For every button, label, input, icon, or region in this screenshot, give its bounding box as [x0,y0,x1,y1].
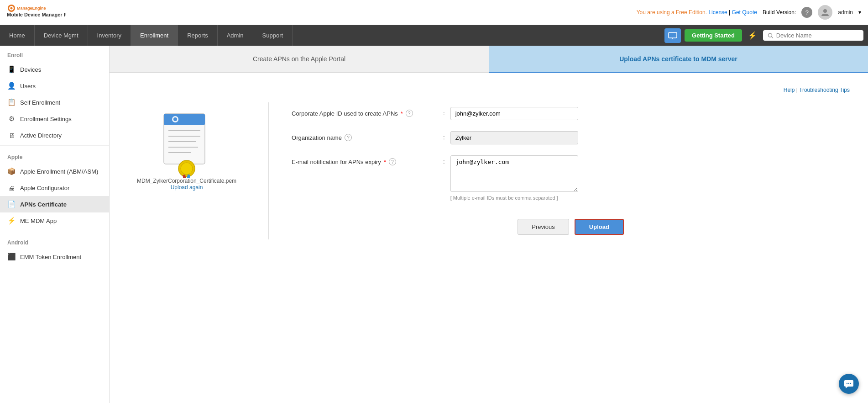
apple-id-required: * [401,110,403,117]
self-enrollment-icon: 📋 [7,98,16,106]
logo-svg: ManageEngine Mobile Device Manager Plus [7,4,66,21]
nav-device-mgmt[interactable]: Device Mgmt [35,25,88,46]
email-notification-textarea[interactable]: john@zylker.com [450,155,578,192]
sidebar-apple-configurator-label: Apple Configurator [20,185,69,191]
form-area: Help | Troubleshooting Tips [110,73,868,256]
sidebar-item-emm-token[interactable]: ⬛ EMM Token Enrollment [0,249,105,265]
step1-tab[interactable]: Create APNs on the Apple Portal [110,46,489,73]
sidebar-item-apple-configurator[interactable]: 🖨 Apple Configurator [0,180,109,196]
step2-label: Upload APNs certificate to MDM server [619,55,737,63]
step1-label: Create APNs on the Apple Portal [253,55,345,63]
apple-id-input-wrap [450,107,850,120]
upload-again-link[interactable]: Upload again [171,184,203,191]
sidebar-item-self-enrollment[interactable]: 📋 Self Enrollment [0,94,109,111]
email-required: * [384,159,386,165]
sidebar-item-apns-certificate[interactable]: 📄 APNs Certificate [0,196,109,212]
sidebar-item-devices[interactable]: 📱 Devices [0,61,109,78]
nav-inventory[interactable]: Inventory [88,25,131,46]
device-search-input[interactable] [776,32,859,39]
search-box [763,30,863,41]
email-help-icon[interactable]: ? [389,158,396,165]
sidebar-active-directory-label: Active Directory [20,132,62,139]
get-quote-link[interactable]: Get Quote [732,9,757,16]
org-name-help-icon[interactable]: ? [345,134,352,141]
sidebar: Enroll 📱 Devices 👤 Users 📋 Self Enrollme… [0,46,110,403]
apple-id-label: Corporate Apple ID used to create APNs *… [292,107,438,117]
nav-admin[interactable]: Admin [218,25,253,46]
apple-enrollment-icon: 📦 [7,167,16,175]
upload-button[interactable]: Upload [575,219,624,235]
sidebar-enrollment-settings-label: Enrollment Settings [20,116,72,122]
build-version-label: Build Version: [763,9,796,16]
email-notification-row: E-mail notification for APNs expiry * ? … [292,155,850,201]
content-area: Create APNs on the Apple Portal Upload A… [110,46,868,403]
top-bar-right: You are using a Free Edition. License | … [637,5,861,20]
email-notification-label: E-mail notification for APNs expiry * ? [292,155,438,165]
svg-text:Mobile Device Manager Plus: Mobile Device Manager Plus [7,12,66,17]
troubleshooting-link[interactable]: Troubleshooting Tips [799,87,850,93]
svg-point-21 [181,163,193,175]
admin-arrow: ▾ [858,9,861,16]
devices-icon: 📱 [7,65,16,74]
sidebar-divider-1 [0,145,109,146]
svg-point-9 [768,33,772,37]
sidebar-self-enrollment-label: Self Enrollment [20,99,60,106]
sidebar-divider-2 [0,231,105,231]
getting-started-button[interactable]: Getting Started [685,29,742,42]
nav-support[interactable]: Support [253,25,293,46]
sidebar-me-mdm-label: ME MDM App [20,217,57,224]
logo: ManageEngine Mobile Device Manager Plus [7,4,66,21]
chat-fab[interactable] [839,374,859,394]
license-link[interactable]: License [708,9,727,16]
org-name-input[interactable] [450,131,578,144]
cert-illustration [159,111,214,178]
sidebar-item-apple-enrollment[interactable]: 📦 Apple Enrollment (ABM/ASM) [0,163,109,180]
apns-cert-icon: 📄 [7,200,16,208]
apple-section-label: Apple [0,148,109,163]
active-directory-icon: 🖥 [7,131,16,139]
android-section-label: Android [0,233,105,249]
svg-rect-12 [164,114,205,125]
svg-point-26 [850,383,851,384]
apple-configurator-icon: 🖨 [7,184,16,192]
form-fields: Corporate Apple ID used to create APNs *… [292,102,850,239]
svg-rect-6 [669,32,677,38]
apple-id-help-icon[interactable]: ? [406,110,413,117]
nav-bar: Home Device Mgmt Inventory Enrollment Re… [0,25,868,46]
sidebar-item-users[interactable]: 👤 Users [0,78,109,94]
help-icon-btn[interactable]: ? [801,7,812,18]
free-edition-text: You are using a Free Edition. License | … [637,9,757,16]
flash-icon-btn[interactable]: ⚡ [746,29,759,42]
svg-line-10 [772,37,773,38]
email-input-wrap: john@zylker.com [ Multiple e-mail IDs mu… [450,155,850,201]
sidebar-emm-label: EMM Token Enrollment [20,254,81,260]
cert-upload-left: MDM_ZylkerCorporation_Certificate.pem Up… [128,102,246,200]
step2-tab[interactable]: Upload APNs certificate to MDM server [489,46,868,73]
svg-point-2 [10,7,13,10]
org-name-input-wrap [450,131,850,144]
avatar [818,5,832,20]
users-icon: 👤 [7,82,16,90]
org-name-label: Organization name ? [292,131,438,141]
sidebar-apple-enrollment-label: Apple Enrollment (ABM/ASM) [20,168,98,175]
enroll-section-label: Enroll [0,46,109,61]
org-name-row: Organization name ? : [292,131,850,144]
sidebar-item-me-mdm-app[interactable]: ⚡ ME MDM App [0,212,109,229]
sidebar-item-active-directory[interactable]: 🖥 Active Directory [0,127,109,143]
enrollment-settings-icon: ⚙ [7,115,16,123]
sidebar-item-enrollment-settings[interactable]: ⚙ Enrollment Settings [0,111,109,127]
emm-icon: ⬛ [7,253,16,261]
admin-label[interactable]: admin [838,9,853,16]
email-hint: [ Multiple e-mail IDs must be comma sepa… [450,195,850,201]
monitor-icon-btn[interactable] [664,28,681,43]
previous-button[interactable]: Previous [518,219,569,235]
nav-reports[interactable]: Reports [178,25,218,46]
nav-enrollment[interactable]: Enrollment [131,25,178,46]
nav-home[interactable]: Home [0,25,35,46]
colon-1: : [443,107,445,117]
form-divider [268,102,269,239]
svg-point-14 [173,117,177,121]
top-bar: ManageEngine Mobile Device Manager Plus … [0,0,868,25]
help-link[interactable]: Help [784,87,795,93]
apple-id-input[interactable] [450,107,578,120]
